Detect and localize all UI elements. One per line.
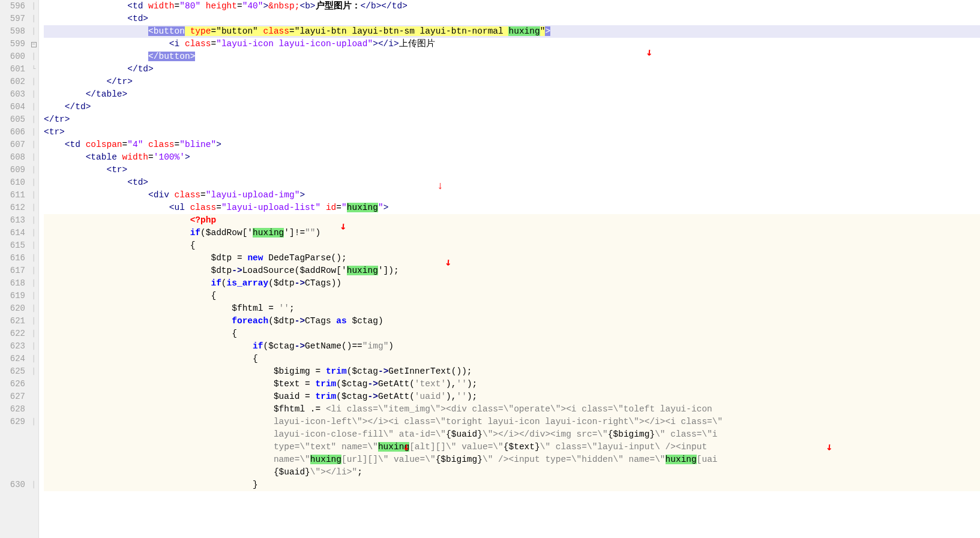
- code-line: $dtp = new DedeTagParse();: [44, 252, 980, 265]
- code-line: type=\"text" name=\"huxing[alt][]\" valu…: [44, 441, 980, 453]
- gutter-row: 619│: [0, 290, 38, 302]
- fold-marker: │: [29, 0, 38, 13]
- line-number: 625: [0, 365, 29, 378]
- code-line: {: [44, 239, 980, 252]
- fold-marker: │: [29, 290, 38, 302]
- code-line: <?php: [44, 214, 980, 227]
- gutter-row: 617│: [0, 265, 38, 277]
- line-number: 629: [0, 416, 29, 428]
- fold-marker: └: [29, 63, 38, 76]
- line-number: 599: [0, 38, 29, 50]
- line-number: 601: [0, 63, 29, 76]
- line-number: 609: [0, 164, 29, 176]
- annotation-arrow-icon: ↓: [437, 180, 443, 192]
- line-number: 613: [0, 214, 29, 227]
- gutter-row: 614│: [0, 227, 38, 239]
- gutter-row: 616│: [0, 252, 38, 265]
- fold-marker: │: [29, 365, 38, 378]
- code-line: foreach($dtp->CTags as $ctag): [44, 315, 980, 327]
- gutter: 596│597│598│599−600│601└602│603│604│605│…: [0, 0, 39, 538]
- gutter-row: 602│: [0, 76, 38, 88]
- gutter-row: 608│: [0, 151, 38, 164]
- fold-marker: │: [29, 277, 38, 290]
- fold-marker: │: [29, 479, 38, 491]
- code-line: </tr>: [44, 113, 980, 126]
- gutter-row: 598│: [0, 25, 38, 38]
- gutter-row: 597│: [0, 13, 38, 25]
- line-number: 600: [0, 50, 29, 63]
- code-line: <tr>: [44, 126, 980, 139]
- line-number: 603: [0, 88, 29, 101]
- code-line: <table width='100%'>: [44, 151, 980, 164]
- line-number: 602: [0, 76, 29, 88]
- gutter-row: [0, 453, 38, 466]
- fold-marker[interactable]: −: [29, 38, 38, 50]
- gutter-row: 618│: [0, 277, 38, 290]
- code-line: name=\"huxing[url][]\" value=\"{$bigimg}…: [44, 453, 980, 466]
- fold-marker: │: [29, 340, 38, 353]
- line-number: 608: [0, 151, 29, 164]
- line-number: 612: [0, 202, 29, 214]
- line-number: 606: [0, 126, 29, 139]
- fold-marker: │: [29, 164, 38, 176]
- code-line: $dtp->LoadSource($addRow['huxing']);: [44, 265, 980, 277]
- fold-marker: │: [29, 315, 38, 327]
- code-line: $bigimg = trim($ctag->GetInnerText());: [44, 365, 980, 378]
- code-line: $uaid = trim($ctag->GetAtt('uaid'),'');: [44, 390, 980, 403]
- gutter-row: 624│: [0, 353, 38, 365]
- gutter-row: 600│: [0, 50, 38, 63]
- code-line: layui-icon-left\"></i><i class=\"toright…: [44, 416, 980, 428]
- code-editor[interactable]: 596│597│598│599−600│601└602│603│604│605│…: [0, 0, 980, 538]
- line-number: 610: [0, 176, 29, 189]
- code-line: </table>: [44, 88, 980, 101]
- fold-marker: │: [29, 88, 38, 101]
- line-number: 624: [0, 353, 29, 365]
- gutter-row: 613│: [0, 214, 38, 227]
- fold-marker: │: [29, 139, 38, 151]
- code-line: </td>: [44, 101, 980, 113]
- line-number: 597: [0, 13, 29, 25]
- code-area[interactable]: <td width="80" height="40">&nbsp;<b>户型图片…: [39, 0, 980, 538]
- code-line: <i class="layui-icon layui-icon-upload">…: [44, 38, 980, 50]
- code-line: <td>: [44, 13, 980, 25]
- gutter-row: 623│: [0, 340, 38, 353]
- code-line: </button>: [44, 50, 980, 63]
- code-line: if(is_array($dtp->CTags)): [44, 277, 980, 290]
- gutter-row: 607│: [0, 139, 38, 151]
- fold-marker: │: [29, 353, 38, 365]
- gutter-row: 629│: [0, 416, 38, 428]
- gutter-row: 603│: [0, 88, 38, 101]
- code-line: if($ctag->GetName()=="img"): [44, 340, 980, 353]
- code-line: <td width="80" height="40">&nbsp;<b>户型图片…: [44, 0, 980, 13]
- fold-marker: │: [29, 50, 38, 63]
- code-line: </td>: [44, 63, 980, 76]
- line-number: 617: [0, 265, 29, 277]
- code-line: }: [44, 479, 980, 491]
- code-line: $fhtml = '';: [44, 302, 980, 315]
- code-line: </tr>: [44, 76, 980, 88]
- fold-marker: │: [29, 416, 38, 428]
- line-number: 623: [0, 340, 29, 353]
- line-number: 598: [0, 25, 29, 38]
- fold-marker: │: [29, 252, 38, 265]
- gutter-row: 605│: [0, 113, 38, 126]
- code-line: {: [44, 290, 980, 302]
- line-number: 614: [0, 227, 29, 239]
- gutter-row: 622│: [0, 327, 38, 340]
- fold-marker: │: [29, 151, 38, 164]
- gutter-row: 606│: [0, 126, 38, 139]
- line-number: 615: [0, 239, 29, 252]
- fold-marker: │: [29, 176, 38, 189]
- gutter-row: [0, 466, 38, 479]
- line-number: 619: [0, 290, 29, 302]
- gutter-row: 612│: [0, 202, 38, 214]
- gutter-row: 621│: [0, 315, 38, 327]
- code-line: <div class="layui-upload-img">: [44, 189, 980, 202]
- fold-marker: │: [29, 113, 38, 126]
- code-line: <td>: [44, 176, 980, 189]
- line-number: 611: [0, 189, 29, 202]
- gutter-row: [0, 441, 38, 453]
- gutter-row: 599−: [0, 38, 38, 50]
- gutter-row: 630│: [0, 479, 38, 491]
- code-line: <ul class="layui-upload-list" id="huxing…: [44, 202, 980, 214]
